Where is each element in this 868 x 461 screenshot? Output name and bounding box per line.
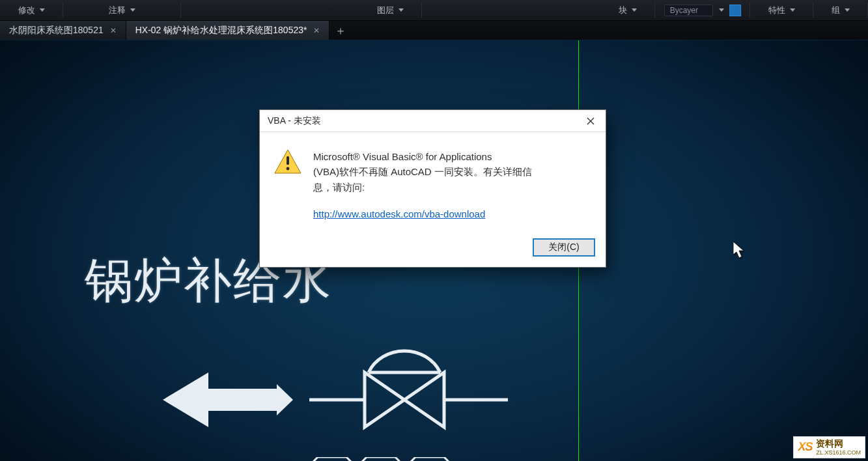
valve-symbol: [365, 351, 444, 427]
chevron-down-icon: [790, 8, 795, 12]
vba-download-link[interactable]: http://www.autodesk.com/vba-download: [313, 206, 485, 221]
dialog-close-button[interactable]: [576, 110, 606, 132]
watermark: XS 资料网 ZL.XS1616.COM: [793, 436, 865, 458]
ribbon-group-annotate[interactable]: 注释: [63, 0, 181, 20]
ribbon-group-label: 注释: [109, 4, 126, 16]
ribbon-group-props[interactable]: 特性: [750, 0, 813, 20]
chevron-down-icon: [719, 8, 724, 12]
close-icon: [587, 117, 595, 125]
ribbon-group-label: 组: [832, 4, 840, 16]
ribbon-group-label: 图层: [377, 4, 394, 16]
dialog-message-line: Microsoft® Visual Basic® for Application…: [313, 149, 593, 164]
chevron-down-icon: [399, 8, 404, 12]
ribbon-group-modify[interactable]: 修改: [0, 0, 63, 20]
document-tab[interactable]: 水阴阳床系统图180521 ✕: [0, 21, 126, 40]
close-button[interactable]: 关闭(C): [533, 238, 595, 257]
ribbon-group-group[interactable]: 组: [813, 0, 868, 20]
chevron-down-icon: [40, 8, 45, 12]
drawing-scale-digits: 080: [313, 457, 449, 461]
ribbon-bar: 修改 注释 图层 块 Bycayer 特性 组: [0, 0, 868, 21]
svg-marker-2: [365, 372, 444, 427]
ribbon-group-layers[interactable]: 图层: [359, 0, 422, 20]
vba-not-installed-dialog: VBA - 未安装 Microsoft® Visual Basic® for A…: [259, 109, 606, 268]
document-tab-label: 水阴阳床系统图180521: [9, 24, 104, 36]
chevron-down-icon: [632, 8, 637, 12]
watermark-logo: XS: [798, 440, 813, 454]
layer-color-button[interactable]: [729, 4, 741, 16]
dialog-message-line: (VBA)软件不再随 AutoCAD 一同安装。有关详细信: [313, 164, 593, 179]
svg-point-11: [287, 167, 290, 171]
ribbon-group-label: 修改: [18, 4, 35, 16]
ribbon-group-label: 特性: [768, 4, 785, 16]
dialog-message: Microsoft® Visual Basic® for Application…: [313, 149, 593, 221]
svg-marker-0: [163, 372, 293, 427]
dialog-titlebar[interactable]: VBA - 未安装: [260, 110, 606, 132]
plus-icon: ＋: [335, 22, 346, 38]
watermark-url: ZL.XS1616.COM: [816, 449, 861, 456]
close-icon[interactable]: ✕: [313, 25, 320, 35]
drawing-symbols: [163, 353, 527, 461]
svg-marker-8: [410, 457, 449, 461]
document-tab-bar: 水阴阳床系统图180521 ✕ HX-02 锅炉补给水处理混床系统图180523…: [0, 21, 868, 40]
svg-rect-10: [287, 156, 289, 165]
svg-marker-5: [313, 457, 352, 461]
ribbon-group-blocks[interactable]: 块: [600, 0, 655, 20]
document-tab-label: HX-02 锅炉补给水处理混床系统图180523*: [135, 24, 307, 36]
dialog-title: VBA - 未安装: [268, 115, 576, 127]
ribbon-layer-combo-wrapper: Bycayer: [655, 0, 751, 20]
warning-icon: [274, 149, 301, 174]
chevron-down-icon: [130, 8, 135, 12]
new-tab-button[interactable]: ＋: [329, 21, 352, 40]
close-icon[interactable]: ✕: [110, 25, 117, 35]
dialog-message-line: 息，请访问:: [313, 180, 593, 195]
chevron-down-icon: [845, 8, 850, 12]
watermark-name: 资料网: [816, 438, 843, 449]
arrow-left-icon: [163, 372, 293, 427]
ribbon-group-label: 块: [619, 4, 627, 16]
layer-select[interactable]: Bycayer: [664, 4, 714, 16]
document-tab[interactable]: HX-02 锅炉补给水处理混床系统图180523* ✕: [126, 21, 330, 40]
svg-marker-6: [361, 457, 400, 461]
